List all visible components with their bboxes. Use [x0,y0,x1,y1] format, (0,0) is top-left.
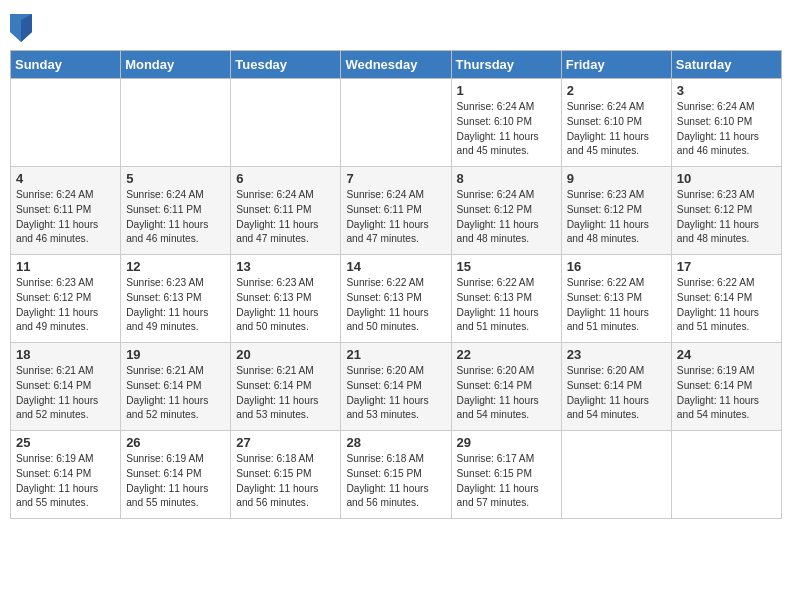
calendar-week-row: 1Sunrise: 6:24 AM Sunset: 6:10 PM Daylig… [11,79,782,167]
calendar-day-cell: 23Sunrise: 6:20 AM Sunset: 6:14 PM Dayli… [561,343,671,431]
calendar-table: SundayMondayTuesdayWednesdayThursdayFrid… [10,50,782,519]
calendar-day-cell [121,79,231,167]
day-info: Sunrise: 6:24 AM Sunset: 6:11 PM Dayligh… [126,188,225,247]
calendar-day-cell: 21Sunrise: 6:20 AM Sunset: 6:14 PM Dayli… [341,343,451,431]
day-number: 13 [236,259,335,274]
day-number: 20 [236,347,335,362]
day-number: 23 [567,347,666,362]
calendar-week-row: 4Sunrise: 6:24 AM Sunset: 6:11 PM Daylig… [11,167,782,255]
calendar-day-cell [341,79,451,167]
calendar-day-cell: 10Sunrise: 6:23 AM Sunset: 6:12 PM Dayli… [671,167,781,255]
calendar-week-row: 11Sunrise: 6:23 AM Sunset: 6:12 PM Dayli… [11,255,782,343]
calendar-day-cell: 19Sunrise: 6:21 AM Sunset: 6:14 PM Dayli… [121,343,231,431]
day-info: Sunrise: 6:23 AM Sunset: 6:12 PM Dayligh… [677,188,776,247]
day-number: 15 [457,259,556,274]
calendar-day-cell: 22Sunrise: 6:20 AM Sunset: 6:14 PM Dayli… [451,343,561,431]
calendar-day-cell: 8Sunrise: 6:24 AM Sunset: 6:12 PM Daylig… [451,167,561,255]
day-info: Sunrise: 6:24 AM Sunset: 6:11 PM Dayligh… [236,188,335,247]
calendar-day-cell: 11Sunrise: 6:23 AM Sunset: 6:12 PM Dayli… [11,255,121,343]
calendar-day-cell: 29Sunrise: 6:17 AM Sunset: 6:15 PM Dayli… [451,431,561,519]
calendar-day-cell: 6Sunrise: 6:24 AM Sunset: 6:11 PM Daylig… [231,167,341,255]
calendar-day-cell: 9Sunrise: 6:23 AM Sunset: 6:12 PM Daylig… [561,167,671,255]
day-number: 24 [677,347,776,362]
calendar-day-cell: 7Sunrise: 6:24 AM Sunset: 6:11 PM Daylig… [341,167,451,255]
calendar-day-cell: 28Sunrise: 6:18 AM Sunset: 6:15 PM Dayli… [341,431,451,519]
day-info: Sunrise: 6:22 AM Sunset: 6:13 PM Dayligh… [346,276,445,335]
day-info: Sunrise: 6:19 AM Sunset: 6:14 PM Dayligh… [126,452,225,511]
day-info: Sunrise: 6:24 AM Sunset: 6:11 PM Dayligh… [16,188,115,247]
logo [10,14,34,42]
day-number: 26 [126,435,225,450]
day-info: Sunrise: 6:22 AM Sunset: 6:14 PM Dayligh… [677,276,776,335]
day-of-week-header: Saturday [671,51,781,79]
day-number: 28 [346,435,445,450]
day-number: 2 [567,83,666,98]
calendar-week-row: 25Sunrise: 6:19 AM Sunset: 6:14 PM Dayli… [11,431,782,519]
day-info: Sunrise: 6:24 AM Sunset: 6:11 PM Dayligh… [346,188,445,247]
day-number: 19 [126,347,225,362]
calendar-day-cell: 14Sunrise: 6:22 AM Sunset: 6:13 PM Dayli… [341,255,451,343]
day-info: Sunrise: 6:19 AM Sunset: 6:14 PM Dayligh… [677,364,776,423]
calendar-day-cell [11,79,121,167]
day-number: 10 [677,171,776,186]
calendar-day-cell: 13Sunrise: 6:23 AM Sunset: 6:13 PM Dayli… [231,255,341,343]
day-number: 29 [457,435,556,450]
day-info: Sunrise: 6:20 AM Sunset: 6:14 PM Dayligh… [457,364,556,423]
day-number: 21 [346,347,445,362]
calendar-day-cell: 27Sunrise: 6:18 AM Sunset: 6:15 PM Dayli… [231,431,341,519]
day-number: 1 [457,83,556,98]
calendar-day-cell: 25Sunrise: 6:19 AM Sunset: 6:14 PM Dayli… [11,431,121,519]
calendar-day-cell [561,431,671,519]
day-number: 14 [346,259,445,274]
day-number: 8 [457,171,556,186]
day-number: 5 [126,171,225,186]
day-info: Sunrise: 6:24 AM Sunset: 6:10 PM Dayligh… [677,100,776,159]
calendar-day-cell: 24Sunrise: 6:19 AM Sunset: 6:14 PM Dayli… [671,343,781,431]
day-info: Sunrise: 6:20 AM Sunset: 6:14 PM Dayligh… [346,364,445,423]
day-number: 16 [567,259,666,274]
day-info: Sunrise: 6:20 AM Sunset: 6:14 PM Dayligh… [567,364,666,423]
day-info: Sunrise: 6:21 AM Sunset: 6:14 PM Dayligh… [16,364,115,423]
day-number: 17 [677,259,776,274]
calendar-body: 1Sunrise: 6:24 AM Sunset: 6:10 PM Daylig… [11,79,782,519]
day-info: Sunrise: 6:18 AM Sunset: 6:15 PM Dayligh… [236,452,335,511]
calendar-day-cell: 2Sunrise: 6:24 AM Sunset: 6:10 PM Daylig… [561,79,671,167]
day-of-week-header: Wednesday [341,51,451,79]
day-info: Sunrise: 6:17 AM Sunset: 6:15 PM Dayligh… [457,452,556,511]
day-number: 25 [16,435,115,450]
day-of-week-header: Tuesday [231,51,341,79]
day-info: Sunrise: 6:21 AM Sunset: 6:14 PM Dayligh… [236,364,335,423]
calendar-day-cell [671,431,781,519]
calendar-day-cell: 1Sunrise: 6:24 AM Sunset: 6:10 PM Daylig… [451,79,561,167]
day-info: Sunrise: 6:18 AM Sunset: 6:15 PM Dayligh… [346,452,445,511]
day-number: 18 [16,347,115,362]
day-number: 22 [457,347,556,362]
day-info: Sunrise: 6:21 AM Sunset: 6:14 PM Dayligh… [126,364,225,423]
day-of-week-header: Sunday [11,51,121,79]
header [10,10,782,42]
logo-icon [10,14,32,42]
day-number: 7 [346,171,445,186]
day-info: Sunrise: 6:19 AM Sunset: 6:14 PM Dayligh… [16,452,115,511]
calendar-day-cell: 17Sunrise: 6:22 AM Sunset: 6:14 PM Dayli… [671,255,781,343]
calendar-day-cell: 18Sunrise: 6:21 AM Sunset: 6:14 PM Dayli… [11,343,121,431]
day-info: Sunrise: 6:24 AM Sunset: 6:10 PM Dayligh… [457,100,556,159]
calendar-day-cell: 3Sunrise: 6:24 AM Sunset: 6:10 PM Daylig… [671,79,781,167]
day-info: Sunrise: 6:24 AM Sunset: 6:12 PM Dayligh… [457,188,556,247]
day-number: 6 [236,171,335,186]
day-info: Sunrise: 6:24 AM Sunset: 6:10 PM Dayligh… [567,100,666,159]
calendar-day-cell: 5Sunrise: 6:24 AM Sunset: 6:11 PM Daylig… [121,167,231,255]
calendar-day-cell: 4Sunrise: 6:24 AM Sunset: 6:11 PM Daylig… [11,167,121,255]
calendar-day-cell: 26Sunrise: 6:19 AM Sunset: 6:14 PM Dayli… [121,431,231,519]
day-info: Sunrise: 6:22 AM Sunset: 6:13 PM Dayligh… [567,276,666,335]
day-of-week-header: Friday [561,51,671,79]
day-info: Sunrise: 6:23 AM Sunset: 6:13 PM Dayligh… [126,276,225,335]
calendar-day-cell: 12Sunrise: 6:23 AM Sunset: 6:13 PM Dayli… [121,255,231,343]
day-number: 11 [16,259,115,274]
day-number: 12 [126,259,225,274]
day-info: Sunrise: 6:23 AM Sunset: 6:12 PM Dayligh… [567,188,666,247]
days-header-row: SundayMondayTuesdayWednesdayThursdayFrid… [11,51,782,79]
day-of-week-header: Thursday [451,51,561,79]
day-info: Sunrise: 6:22 AM Sunset: 6:13 PM Dayligh… [457,276,556,335]
day-info: Sunrise: 6:23 AM Sunset: 6:12 PM Dayligh… [16,276,115,335]
